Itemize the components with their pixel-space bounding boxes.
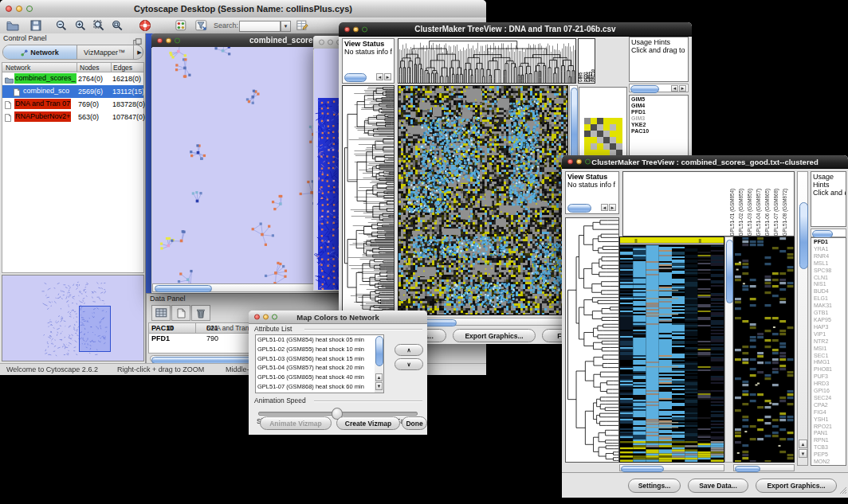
open-file-icon[interactable]: [6, 20, 19, 34]
treeview2-title-bar[interactable]: ClusterMaker TreeView : combined_scores_…: [562, 155, 848, 169]
tv2-gene-label[interactable]: NTR2: [814, 338, 846, 346]
tv2-status-scrollbar[interactable]: ◄ ►: [567, 204, 617, 212]
network-tree-row[interactable]: combined_scores_2764(0)16218(0): [2, 72, 143, 85]
tv1-heatmap[interactable]: [398, 85, 568, 315]
search-input[interactable]: [239, 21, 281, 32]
attribute-list-item[interactable]: GPL51-01 (GSM854) heat shock 05 min: [256, 335, 383, 345]
tv2-gene-label[interactable]: CLN1: [814, 275, 846, 282]
zoom-selected-icon[interactable]: [93, 20, 105, 34]
tv2-gene-label[interactable]: PHO81: [814, 366, 846, 373]
tv2-gene-label[interactable]: SEC24: [814, 395, 846, 402]
tv2-button-settings[interactable]: Settings...: [628, 479, 681, 493]
tv1-correlation-heatmap[interactable]: [584, 118, 622, 156]
minimize-button[interactable]: [353, 26, 359, 32]
tv2-gene-label[interactable]: RNR4: [814, 253, 846, 260]
close-button[interactable]: [567, 159, 573, 165]
tv2-gene-label[interactable]: HAP3: [814, 324, 846, 331]
tv1-gene-label[interactable]: PFD1: [631, 109, 688, 115]
tv2-gene-label[interactable]: TCB3: [814, 444, 846, 451]
close-button[interactable]: [319, 40, 324, 45]
zoom-fit-icon[interactable]: [112, 20, 124, 34]
network-name[interactable]: DNA and Tran 07: [14, 99, 71, 109]
tv2-gene-label[interactable]: MAK31: [814, 303, 846, 310]
network-tree-row[interactable]: DNA and Tran 07769(0)183728(0): [2, 98, 143, 111]
network-name[interactable]: RNAPuberNov2+: [14, 111, 71, 122]
tv2-heatmap-hscrollbar[interactable]: [619, 464, 724, 471]
tv2-heatmap[interactable]: [619, 236, 724, 463]
tv2-gene-label[interactable]: BUD4: [814, 288, 846, 295]
col-header-network[interactable]: Network: [6, 64, 30, 72]
move-attribute-up-button[interactable]: ∧: [395, 344, 423, 356]
zoom-window-button[interactable]: [175, 37, 180, 43]
new-attribute-icon[interactable]: [171, 305, 190, 321]
tv2-row-dendrogram[interactable]: [565, 217, 619, 463]
tv1-gene-label[interactable]: GIM3: [631, 115, 688, 122]
attribute-list-item[interactable]: GPL51-07 (GSM868) heat shock 60 min: [256, 382, 383, 392]
tv2-gene-label[interactable]: NIS1: [814, 281, 846, 288]
tv2-gene-label[interactable]: RPO21: [814, 424, 846, 431]
minimize-button[interactable]: [263, 315, 269, 320]
save-icon[interactable]: [30, 20, 41, 34]
tv2-gene-label[interactable]: HMG1: [814, 359, 846, 366]
treeview1-title-bar[interactable]: ClusterMaker TreeView : DNA and Tran 07-…: [339, 22, 692, 37]
tv2-gene-label[interactable]: VIP1: [814, 331, 846, 338]
attribute-list-item[interactable]: GPL51-02 (GSM855) heat shock 10 min: [256, 345, 383, 354]
tv2-button-save-data[interactable]: Save Data...: [688, 479, 748, 493]
minimize-button[interactable]: [576, 159, 582, 165]
tv2-gene-label[interactable]: PFD1: [814, 239, 846, 246]
birdseye-view[interactable]: [2, 275, 144, 361]
zoom-window-button[interactable]: [26, 6, 33, 12]
move-attribute-down-button[interactable]: ∨: [395, 358, 423, 370]
birdseye-viewport-rect[interactable]: [79, 306, 111, 352]
tv2-gene-label[interactable]: SEC1: [814, 353, 846, 360]
tv2-gene-label[interactable]: YRA1: [814, 246, 846, 253]
network-name[interactable]: combined_scores_: [14, 73, 77, 84]
tv2-selection-hscrollbar[interactable]: [733, 464, 795, 471]
delete-attribute-icon[interactable]: [191, 305, 210, 321]
tv2-gene-label[interactable]: MSL1: [814, 260, 846, 268]
help-lifesaver-icon[interactable]: [139, 19, 151, 35]
tv2-gene-label[interactable]: PAN1: [814, 430, 846, 437]
network-tree-row[interactable]: combined_sco2569(6)13112(15): [2, 85, 143, 98]
search-dropdown-button[interactable]: ▼: [281, 21, 291, 32]
done-button[interactable]: Done: [402, 416, 427, 430]
zoom-window-button[interactable]: [362, 26, 367, 32]
tv2-gene-label[interactable]: MON2: [814, 459, 846, 466]
tv1-gene-label[interactable]: YKE2: [631, 122, 688, 128]
tv1-gene-label[interactable]: PAC10: [631, 128, 688, 135]
network-name[interactable]: combined_sco: [22, 86, 70, 96]
attribute-editor-icon[interactable]: [296, 20, 308, 34]
minimize-button[interactable]: [16, 6, 22, 12]
tv2-gene-label[interactable]: HRD3: [814, 381, 846, 388]
col-header-edges[interactable]: Edges: [113, 64, 132, 72]
tv2-usage-scrollbar[interactable]: [811, 229, 846, 237]
tv2-gene-label[interactable]: GTB1: [814, 310, 846, 317]
zoom-out-icon[interactable]: [56, 20, 67, 34]
close-button[interactable]: [6, 6, 12, 12]
tv2-gene-label[interactable]: YSH1: [814, 416, 846, 424]
tab-network[interactable]: Network: [3, 45, 77, 59]
tv2-gene-label[interactable]: RPN1: [814, 437, 846, 444]
map-dialog-title-bar[interactable]: Map Colors to Network: [249, 311, 427, 324]
minimize-button[interactable]: [328, 40, 333, 45]
tv1-usage-scrollbar[interactable]: ◄ ►: [629, 84, 689, 92]
tv2-gene-label[interactable]: PEP5: [814, 451, 846, 459]
tv1-gene-label[interactable]: GIM4: [631, 103, 688, 109]
tv2-gene-label[interactable]: KAP95: [814, 317, 846, 324]
attribute-select-icon[interactable]: [151, 305, 171, 321]
close-button[interactable]: [344, 26, 350, 32]
filter-icon[interactable]: [195, 20, 207, 34]
tv1-button-export-graphics[interactable]: Export Graphics...: [453, 329, 536, 342]
zoom-in-icon[interactable]: [75, 20, 86, 34]
tab-vizmapper[interactable]: VizMapper™: [77, 45, 132, 59]
attribute-list-item[interactable]: GPL51-04 (GSM857) heat shock 20 min: [256, 363, 383, 373]
tab-overflow-arrow[interactable]: ▶: [133, 45, 145, 59]
attribute-list-item[interactable]: GPL51-06 (GSM865) heat shock 40 min: [256, 373, 383, 382]
tv2-gene-label[interactable]: GPI16: [814, 388, 846, 395]
close-button[interactable]: [254, 315, 260, 320]
create-vizmap-button[interactable]: Create Vizmap: [336, 416, 400, 430]
tv2-gene-label[interactable]: CPA2: [814, 402, 846, 409]
tv2-gene-label[interactable]: SPC98: [814, 268, 846, 275]
tv2-heatmap-vscrollbar[interactable]: [724, 236, 733, 463]
tv2-gene-label[interactable]: ELG1: [814, 295, 846, 303]
